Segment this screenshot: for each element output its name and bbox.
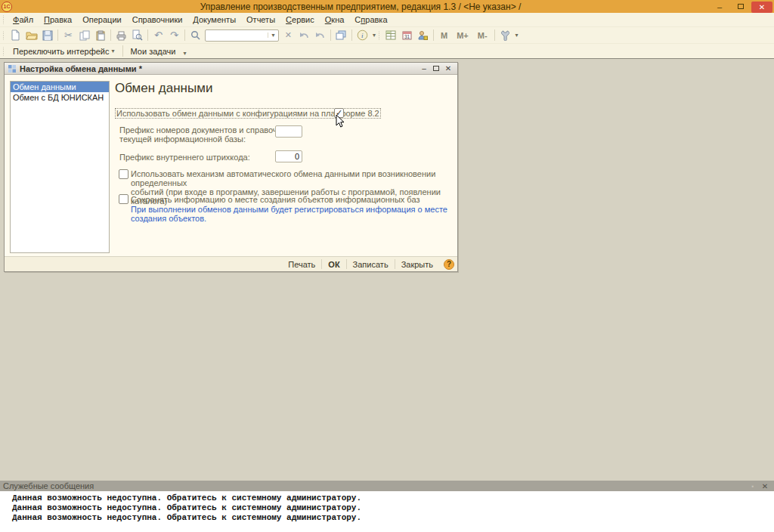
ok-button[interactable]: ОК	[322, 259, 345, 270]
maximize-icon	[433, 66, 439, 71]
dialog-button-bar: Печать ОК Записать Закрыть ?	[5, 256, 457, 271]
barcode-prefix-input[interactable]	[275, 150, 302, 162]
undo-button[interactable]: ↶	[150, 28, 166, 42]
user-lock-icon	[417, 30, 428, 41]
doc-prefix-input[interactable]	[275, 125, 302, 138]
save-creation-info-label: Сохранять информацию о месте создания об…	[131, 195, 420, 204]
service-messages-list: Данная возможность недоступна. Обратитес…	[0, 491, 774, 523]
menu-item-reports[interactable]: Отчеты	[241, 14, 280, 26]
calendar-button[interactable]: 31	[399, 28, 415, 42]
chevron-down-icon[interactable]: ▾	[515, 32, 519, 39]
barcode-prefix-label: Префикс внутреннего штрихкода:	[119, 153, 250, 162]
toolbar-grip[interactable]	[2, 47, 5, 56]
menu-item-edit[interactable]: Правка	[39, 14, 77, 26]
settings-section-list: Обмен данными Обмен с БД ЮНИСКАН	[10, 81, 110, 253]
dialog-maximize-button[interactable]	[430, 64, 442, 73]
menu-item-documents[interactable]: Документы	[187, 14, 241, 26]
new-document-icon	[11, 29, 20, 41]
close-dialog-button[interactable]: Закрыть	[395, 259, 439, 270]
service-messages-panel: Служебные сообщения ▪ ✕ Данная возможнос…	[0, 481, 774, 532]
help-button[interactable]: ?	[444, 259, 454, 270]
cut-button[interactable]: ✂	[60, 28, 76, 42]
print-preview-button[interactable]	[129, 28, 145, 42]
app-restore-button[interactable]	[730, 1, 751, 12]
service-messages-title: Служебные сообщения	[3, 481, 747, 490]
service-settings-button[interactable]	[497, 28, 513, 42]
redo-button[interactable]: ↷	[166, 28, 182, 42]
calendar-icon: 31	[402, 30, 412, 40]
table-icon	[385, 30, 396, 40]
copy-button[interactable]	[76, 28, 92, 42]
search-input[interactable]	[206, 30, 268, 41]
toolbar-separator	[494, 29, 495, 41]
write-button[interactable]: Записать	[347, 259, 395, 270]
menu-item-catalogs[interactable]: Справочники	[127, 14, 188, 26]
mouse-cursor	[336, 114, 345, 128]
chevron-down-icon[interactable]: ▼	[268, 32, 278, 38]
paste-button[interactable]	[92, 28, 108, 42]
toolbar-separator	[147, 29, 148, 41]
temporary-lock-button[interactable]	[415, 28, 431, 42]
save-creation-info-checkbox[interactable]	[119, 194, 128, 204]
menu-item-help[interactable]: Справка	[349, 14, 392, 26]
app-close-button[interactable]: ✕	[751, 2, 772, 13]
menu-item-file[interactable]: Файл	[8, 14, 39, 26]
menu-item-windows[interactable]: Окна	[320, 14, 350, 26]
toolbar-separator	[122, 45, 123, 57]
redo-icon: ↷	[170, 29, 178, 41]
toolbar-grip[interactable]	[2, 31, 5, 40]
toolbar-grip[interactable]	[377, 31, 381, 40]
chevron-down-icon[interactable]: ▾	[373, 32, 376, 39]
my-tasks-button[interactable]: Мои задачи ▾	[125, 44, 192, 58]
calc-m-plus-button[interactable]: M+	[452, 28, 473, 42]
open-folder-icon	[26, 30, 38, 41]
restore-icon	[738, 4, 744, 9]
new-document-button[interactable]	[8, 28, 23, 42]
switch-interface-label: Переключить интерфейс	[13, 47, 110, 56]
service-messages-header[interactable]: Служебные сообщения ▪ ✕	[0, 481, 774, 491]
main-toolbar: ✂ ↶ ↷ ▼ ✕ i ▾ 31 M M+ M- ▾	[0, 27, 774, 44]
interface-toolbar: Переключить интерфейс ▾ Мои задачи ▾	[0, 44, 774, 59]
table-board-button[interactable]	[383, 28, 399, 42]
search-icon	[190, 30, 200, 40]
open-button[interactable]	[23, 28, 39, 42]
copy-window-button[interactable]	[333, 28, 349, 42]
dialog-close-button[interactable]: ✕	[442, 64, 454, 73]
calc-m-button[interactable]: M	[436, 28, 452, 42]
undo-icon: ↶	[154, 29, 163, 41]
search-combobox[interactable]: ▼	[205, 29, 279, 42]
pin-icon[interactable]: ▪	[747, 483, 759, 490]
find-next-icon	[314, 31, 325, 40]
toolbar-separator	[57, 29, 58, 41]
toolbar-grip[interactable]	[2, 15, 5, 24]
app-minimize-button[interactable]: –	[709, 1, 730, 12]
application-window: 1С Управление производственным предприят…	[0, 0, 774, 532]
app-logo-icon: 1С	[2, 2, 12, 12]
dialog-minimize-button[interactable]: –	[418, 64, 430, 73]
find-button[interactable]	[187, 28, 203, 42]
chevron-down-icon: ▾	[112, 48, 115, 54]
dialog-titlebar[interactable]: Настройка обмена данными * – ✕	[5, 63, 457, 75]
clear-search-button[interactable]: ✕	[280, 28, 296, 42]
save-button[interactable]	[39, 28, 55, 42]
list-item-data-exchange[interactable]: Обмен данными	[11, 82, 109, 92]
menu-item-service[interactable]: Сервис	[280, 14, 320, 26]
close-messages-button[interactable]: ✕	[759, 482, 771, 490]
find-previous-icon	[299, 31, 309, 40]
toolbar-separator	[433, 29, 434, 41]
auto-exchange-checkbox[interactable]	[119, 169, 128, 179]
page-title: Обмен данными	[115, 81, 212, 96]
exchange-hint-text: При выполнении обменов данными будет рег…	[131, 205, 457, 223]
print-button[interactable]	[113, 28, 129, 42]
exchange-settings-dialog: Настройка обмена данными * – ✕ Обмен дан…	[4, 62, 458, 272]
calc-m-minus-button[interactable]: M-	[473, 28, 492, 42]
switch-interface-button[interactable]: Переключить интерфейс ▾	[8, 45, 120, 57]
print-action-button[interactable]: Печать	[282, 259, 321, 270]
print-icon	[116, 30, 127, 41]
info-button[interactable]: i	[354, 28, 370, 42]
menu-item-operations[interactable]: Операции	[77, 14, 126, 26]
find-next-button[interactable]	[312, 28, 328, 42]
windows-icon	[336, 30, 346, 40]
list-item-uniscan-db-exchange[interactable]: Обмен с БД ЮНИСКАН	[11, 92, 109, 103]
find-previous-button[interactable]	[296, 28, 312, 42]
